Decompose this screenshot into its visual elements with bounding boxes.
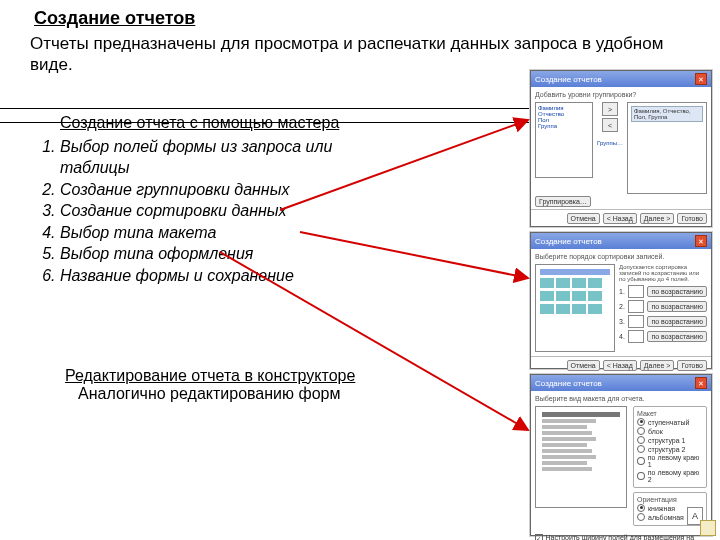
layout-radio[interactable]: по левому краю 1 <box>637 454 703 468</box>
step-item: Создание сортировки данных <box>60 200 400 222</box>
sort-number: 1. <box>619 288 625 295</box>
dialog-title: Создание отчетов <box>535 237 602 246</box>
sort-number: 2. <box>619 303 625 310</box>
move-left-button[interactable]: < <box>602 118 618 132</box>
layout-radio[interactable]: структура 2 <box>637 445 703 453</box>
fields-listbox[interactable]: Фамилия Отчество Пол Группа <box>535 102 593 178</box>
layout-group-caption: Макет <box>637 410 703 417</box>
sort-field-select[interactable] <box>628 330 645 343</box>
sort-preview <box>535 264 615 352</box>
layout-radio[interactable]: ступенчатый <box>637 418 703 426</box>
layout-preview <box>535 406 627 508</box>
sort-order-button[interactable]: по возрастанию <box>647 316 707 327</box>
orient-group-caption: Ориентация <box>637 496 703 503</box>
next-button[interactable]: Далее > <box>640 360 675 371</box>
close-icon[interactable]: ✕ <box>695 235 707 247</box>
wizard1-prompt: Добавить уровни группировки? <box>535 91 707 98</box>
layout-radio[interactable]: по левому краю 2 <box>637 469 703 483</box>
steps-list: Выбор полей формы из запроса или таблицы… <box>38 136 400 287</box>
layout-radio[interactable]: структура 1 <box>637 436 703 444</box>
sort-field-select[interactable] <box>628 315 645 328</box>
back-button[interactable]: < Назад <box>603 360 637 371</box>
sort-order-button[interactable]: по возрастанию <box>647 286 707 297</box>
wizard2-note: Допускается сортировка записей по возрас… <box>619 264 707 282</box>
wizard3-prompt: Выберите вид макета для отчета. <box>535 395 707 402</box>
step-item: Выбор типа оформления <box>60 243 400 265</box>
next-button[interactable]: Далее > <box>640 213 675 224</box>
wizard-sorting-dialog: Создание отчетов ✕ Выберите порядок сорт… <box>530 232 712 369</box>
divider-top <box>0 108 530 109</box>
close-icon[interactable]: ✕ <box>695 73 707 85</box>
sort-field-select[interactable] <box>628 285 645 298</box>
sort-order-button[interactable]: по возрастанию <box>647 331 707 342</box>
move-right-button[interactable]: > <box>602 102 618 116</box>
page-title: Создание отчетов <box>34 8 700 29</box>
sort-number: 4. <box>619 333 625 340</box>
fit-width-checkbox[interactable]: ✓Настроить ширину полей для размещения н… <box>535 534 707 540</box>
step-item: Название формы и сохранение <box>60 265 400 287</box>
divider-bottom <box>0 122 530 123</box>
cancel-button[interactable]: Отмена <box>567 213 600 224</box>
step-item: Создание группировки данных <box>60 179 400 201</box>
preview-band: Фамилия, Отчество, Пол, Группа <box>631 106 703 122</box>
step-item: Выбор полей формы из запроса или таблицы <box>60 136 400 179</box>
sort-field-select[interactable] <box>628 300 645 313</box>
dialog-title: Создание отчетов <box>535 379 602 388</box>
cancel-button[interactable]: Отмена <box>567 360 600 371</box>
page-corner-icon <box>700 520 716 536</box>
wizard-grouping-dialog: Создание отчетов ✕ Добавить уровни групп… <box>530 70 712 227</box>
sort-number: 3. <box>619 318 625 325</box>
layout-radio[interactable]: блок <box>637 427 703 435</box>
finish-button[interactable]: Готово <box>677 213 707 224</box>
finish-button[interactable]: Готово <box>677 360 707 371</box>
list-item[interactable]: Группа <box>538 123 590 129</box>
groups-link[interactable]: Группы… <box>597 140 623 146</box>
close-icon[interactable]: ✕ <box>695 377 707 389</box>
step-item: Выбор типа макета <box>60 222 400 244</box>
grouping-options-button[interactable]: Группировка… <box>535 196 591 207</box>
wizard-layout-dialog: Создание отчетов ✕ Выберите вид макета д… <box>530 374 712 536</box>
dialog-title: Создание отчетов <box>535 75 602 84</box>
grouping-preview: Фамилия, Отчество, Пол, Группа <box>627 102 707 194</box>
sort-order-button[interactable]: по возрастанию <box>647 301 707 312</box>
wizard2-prompt: Выберите порядок сортировки записей. <box>535 253 707 260</box>
back-button[interactable]: < Назад <box>603 213 637 224</box>
